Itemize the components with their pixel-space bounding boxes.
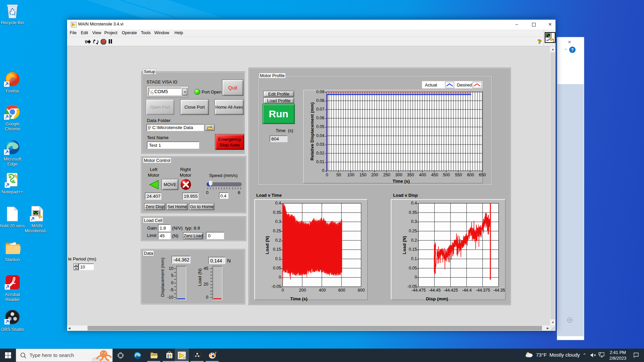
svg-text:17: 17 <box>183 357 186 359</box>
svg-text:1: 1 <box>552 39 554 42</box>
svg-text:O: O <box>151 92 154 95</box>
svg-text:I: I <box>149 89 150 92</box>
